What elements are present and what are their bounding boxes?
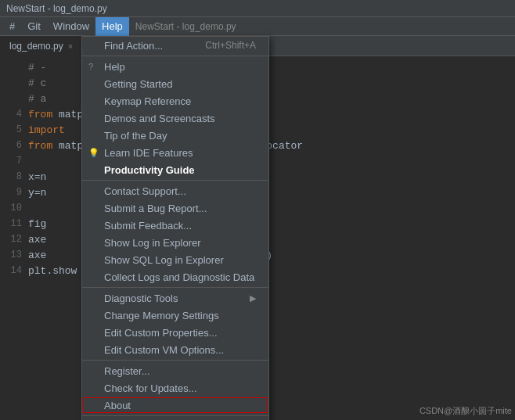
contact-support-label: Contact Support...	[104, 185, 186, 197]
divider	[82, 360, 268, 361]
register-label: Register...	[104, 365, 150, 377]
menu-collect-logs[interactable]: Collect Logs and Diagnostic Data	[82, 268, 268, 285]
menu-edit-custom-vm[interactable]: Edit Custom VM Options...	[82, 341, 268, 358]
title-bar: NewStart - log_demo.py	[0, 0, 515, 17]
menu-submit-bug[interactable]: Submit a Bug Report...	[82, 199, 268, 217]
menu-learn-ide[interactable]: 💡 Learn IDE Features	[82, 144, 268, 161]
diagnostic-tools-label: Diagnostic Tools	[104, 293, 178, 304]
menu-hash[interactable]: #	[3, 17, 21, 36]
menu-show-sql-log[interactable]: Show SQL Log in Explorer	[82, 251, 268, 268]
find-action-shortcut: Ctrl+Shift+A	[205, 40, 256, 51]
menu-change-memory[interactable]: Change Memory Settings	[82, 307, 268, 324]
collect-logs-label: Collect Logs and Diagnostic Data	[104, 271, 254, 283]
learn-ide-label: Learn IDE Features	[104, 147, 193, 159]
edit-custom-vm-label: Edit Custom VM Options...	[104, 344, 224, 356]
change-memory-label: Change Memory Settings	[104, 310, 219, 321]
menu-demos-screencasts[interactable]: Demos and Screencasts	[82, 109, 268, 127]
submit-bug-label: Submit a Bug Report...	[104, 203, 207, 214]
menu-show-log[interactable]: Show Log in Explorer	[82, 234, 268, 251]
lightbulb-icon: 💡	[88, 148, 99, 158]
divider	[82, 287, 268, 288]
divider	[82, 56, 268, 56]
menu-file-title: NewStart - log_demo.py	[129, 17, 243, 36]
menu-register[interactable]: Register...	[82, 362, 268, 379]
submit-feedback-label: Submit Feedback...	[104, 220, 192, 232]
menu-check-updates[interactable]: Check for Updates...	[82, 379, 268, 397]
tab-close-icon[interactable]: ×	[68, 41, 73, 51]
tab-filename: log_demo.py	[9, 41, 63, 52]
menu-edit-custom-props[interactable]: Edit Custom Properties...	[82, 324, 268, 341]
watermark: CSDN@酒酿小圆子mite	[420, 405, 512, 417]
divider	[82, 180, 268, 181]
menu-about[interactable]: About	[82, 397, 268, 414]
file-tab[interactable]: log_demo.py ×	[0, 36, 83, 56]
check-updates-label: Check for Updates...	[104, 382, 197, 394]
tip-of-day-label: Tip of the Day	[104, 130, 167, 142]
menu-find-action[interactable]: Find Action... Ctrl+Shift+A	[82, 37, 268, 54]
submenu-arrow-icon: ▶	[250, 293, 256, 303]
about-label: About	[104, 400, 131, 411]
productivity-guide-label: Productivity Guide	[104, 164, 195, 176]
help-question-icon: ?	[88, 62, 93, 71]
menu-help-item[interactable]: ? Help	[82, 58, 268, 75]
menu-productivity-guide[interactable]: Productivity Guide	[82, 161, 268, 178]
menu-keymap-reference[interactable]: Keymap Reference	[82, 92, 268, 109]
show-log-label: Show Log in Explorer	[104, 237, 201, 249]
menu-tip-of-day[interactable]: Tip of the Day	[82, 127, 268, 144]
show-sql-log-label: Show SQL Log in Explorer	[104, 254, 224, 266]
menu-help[interactable]: Help	[95, 17, 129, 36]
menu-getting-started[interactable]: Getting Started	[82, 75, 268, 92]
help-menu-dropdown: Find Action... Ctrl+Shift+A ? Help Getti…	[81, 36, 269, 420]
menu-diagnostic-tools[interactable]: Diagnostic Tools ▶	[82, 289, 268, 307]
keymap-reference-label: Keymap Reference	[104, 95, 191, 107]
menu-submit-feedback[interactable]: Submit Feedback...	[82, 217, 268, 234]
menu-git[interactable]: Git	[21, 17, 47, 36]
menu-contact-support[interactable]: Contact Support...	[82, 182, 268, 199]
menu-window[interactable]: Window	[47, 17, 95, 36]
find-action-label: Find Action...	[104, 40, 163, 52]
edit-custom-props-label: Edit Custom Properties...	[104, 327, 218, 339]
divider	[82, 415, 268, 416]
title-bar-text: NewStart - log_demo.py	[6, 3, 107, 14]
help-item-label: Help	[104, 61, 125, 73]
getting-started-label: Getting Started	[104, 78, 172, 90]
demos-screencasts-label: Demos and Screencasts	[104, 113, 215, 124]
menu-bar: # Git Window Help NewStart - log_demo.py	[0, 17, 515, 36]
